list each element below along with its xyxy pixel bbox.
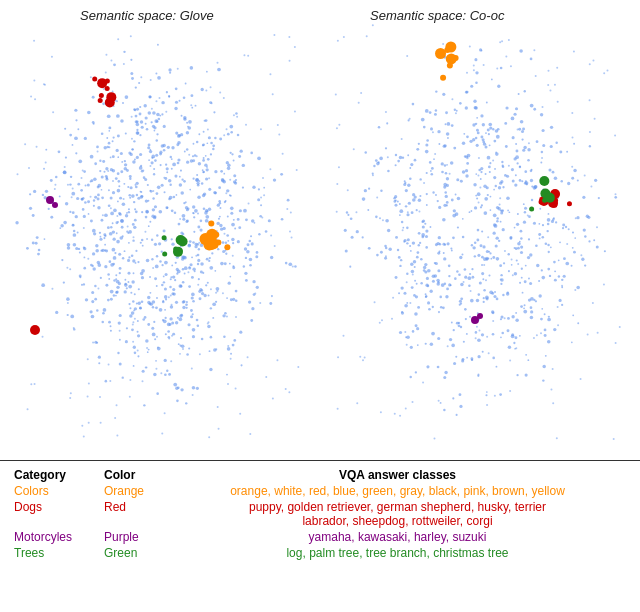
legend-row: ColorsOrangeorange, white, red, blue, gr… — [10, 483, 630, 499]
legend-vqa-classes: orange, white, red, blue, green, gray, b… — [165, 483, 630, 499]
right-chart-title: Semantic space: Co-oc — [370, 8, 504, 23]
legend-category: Colors — [10, 483, 100, 499]
legend-vqa-classes: yamaha, kawasaki, harley, suzuki — [165, 529, 630, 545]
left-chart-title: Semantic space: Glove — [80, 8, 214, 23]
legend-vqa-classes: log, palm tree, tree branch, christmas t… — [165, 545, 630, 561]
header-category: Category — [10, 467, 100, 483]
legend-table: Category Color VQA answer classes Colors… — [0, 460, 640, 612]
header-vqa: VQA answer classes — [165, 467, 630, 483]
legend-color-name: Orange — [100, 483, 165, 499]
legend-row: DogsRedpuppy, golden retriever, german s… — [10, 499, 630, 529]
legend-category: Trees — [10, 545, 100, 561]
legend-color-name: Green — [100, 545, 165, 561]
scatter-plot — [0, 0, 640, 460]
legend-category: Motorcyles — [10, 529, 100, 545]
legend-color-name: Purple — [100, 529, 165, 545]
legend-category: Dogs — [10, 499, 100, 529]
legend-vqa-classes: puppy, golden retriever, german shepherd… — [165, 499, 630, 529]
legend-row: MotorcylesPurpleyamaha, kawasaki, harley… — [10, 529, 630, 545]
chart-area: Semantic space: Glove Semantic space: Co… — [0, 0, 640, 460]
legend-row: TreesGreenlog, palm tree, tree branch, c… — [10, 545, 630, 561]
header-color: Color — [100, 467, 165, 483]
legend-color-name: Red — [100, 499, 165, 529]
